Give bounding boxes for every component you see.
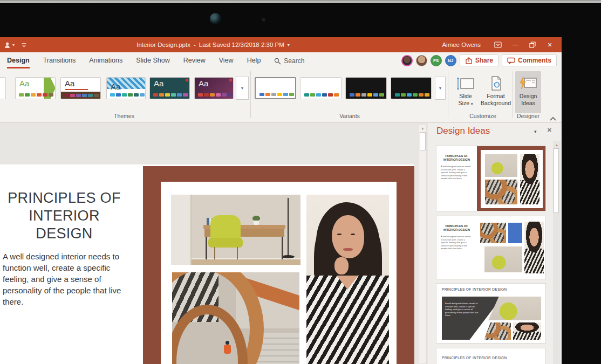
customize-qat-button[interactable] bbox=[21, 42, 27, 48]
collapse-ribbon-button[interactable] bbox=[549, 114, 557, 123]
theme-thumbnail-facet[interactable]: Aa bbox=[15, 77, 56, 99]
search-box[interactable]: Search bbox=[274, 52, 304, 68]
customize-toolbar-icon bbox=[21, 42, 27, 48]
caret-down-icon: ▾ bbox=[439, 86, 441, 91]
slide-size-button[interactable]: Slide Size ▾ bbox=[453, 71, 478, 113]
autosave-button[interactable]: ▾ bbox=[4, 42, 15, 49]
design-idea-thumbnail-1[interactable]: PRINCIPLES OF INTERIOR DESIGN A well des… bbox=[436, 146, 546, 211]
theme-thumbnail-dividend[interactable]: Aa bbox=[60, 77, 101, 99]
comments-icon bbox=[507, 57, 515, 64]
avatar[interactable]: FS bbox=[431, 55, 442, 66]
variant-thumbnail-4[interactable] bbox=[391, 77, 432, 99]
themes-more-button[interactable]: ▾ bbox=[236, 77, 249, 100]
avatar[interactable]: NJ bbox=[445, 55, 456, 66]
variants-more-button[interactable]: ▾ bbox=[435, 77, 446, 100]
design-idea-thumbnail-4[interactable]: PRINCIPLES OF INTERIOR DESIGN bbox=[436, 348, 546, 364]
idea-content: A well designed interior needs to functi… bbox=[442, 297, 541, 340]
scroll-up-icon[interactable]: ▲ bbox=[553, 141, 561, 148]
color-swatch bbox=[76, 94, 81, 97]
tab-view[interactable]: View bbox=[219, 52, 234, 68]
person-head-shape bbox=[226, 341, 229, 345]
color-swatch bbox=[171, 93, 176, 97]
idea-title: PRINCIPLES OF INTERIOR DESIGN bbox=[440, 154, 474, 162]
theme-accent-line bbox=[65, 89, 88, 90]
slide-canvas[interactable]: PRINCIPLES OF INTERIOR DESIGN A well des… bbox=[0, 164, 414, 364]
variant-thumbnail-1-selected[interactable] bbox=[255, 77, 296, 99]
theme-aa-sample: Aa bbox=[65, 79, 74, 88]
panel-close-button[interactable]: × bbox=[547, 125, 552, 134]
design-ideas-label-1: Design bbox=[520, 93, 537, 100]
close-button[interactable]: × bbox=[541, 37, 558, 52]
color-swatch bbox=[159, 93, 164, 97]
color-swatch bbox=[419, 93, 424, 97]
tab-transitions[interactable]: Transitions bbox=[43, 52, 76, 68]
mini-photo-woman bbox=[520, 154, 539, 204]
theme-swatches bbox=[64, 94, 99, 97]
idea-body: A well designed interior needs to functi… bbox=[441, 235, 473, 250]
slide-size-label-2: Size ▾ bbox=[459, 100, 473, 108]
door-shape bbox=[171, 195, 192, 265]
slide-body-text[interactable]: A well designed interior needs to functi… bbox=[3, 251, 133, 307]
design-ideas-button[interactable]: Design Ideas bbox=[515, 71, 541, 113]
ribbon-tab-row: Design Transitions Animations Slide Show… bbox=[0, 52, 562, 68]
tab-slide-show[interactable]: Slide Show bbox=[136, 52, 170, 68]
slide-title[interactable]: PRINCIPLES OF INTERIOR DESIGN bbox=[0, 189, 128, 243]
collaboration-area: FS NJ Share Comments bbox=[401, 52, 557, 68]
color-swatch bbox=[401, 93, 406, 97]
share-button[interactable]: Share bbox=[460, 54, 498, 66]
avatar[interactable] bbox=[416, 55, 427, 66]
tab-review[interactable]: Review bbox=[183, 52, 206, 68]
comments-button[interactable]: Comments bbox=[502, 54, 557, 66]
color-swatch bbox=[277, 93, 282, 96]
variant-thumbnail-3[interactable] bbox=[345, 77, 387, 99]
document-title[interactable]: Interior Design.pptx - Last Saved 12/3/2… bbox=[121, 37, 305, 52]
idea-body: A well designed interior needs to functi… bbox=[441, 165, 473, 180]
avatar[interactable] bbox=[401, 55, 413, 66]
color-swatch bbox=[134, 93, 139, 97]
signed-in-user[interactable]: Aimee Owens bbox=[442, 42, 481, 48]
color-swatch bbox=[70, 94, 75, 97]
scroll-up-icon[interactable]: ▲ bbox=[419, 125, 426, 132]
photo-woman-portrait[interactable] bbox=[306, 195, 389, 364]
panel-options-caret[interactable]: ▾ bbox=[534, 129, 537, 134]
group-divider bbox=[448, 71, 448, 118]
tab-animations[interactable]: Animations bbox=[89, 52, 122, 68]
ribbon-display-options-button[interactable] bbox=[489, 37, 507, 52]
lips-shape bbox=[343, 248, 353, 251]
idea-text-block: PRINCIPLES OF INTERIOR DESIGN A well des… bbox=[436, 146, 477, 211]
tab-help[interactable]: Help bbox=[247, 52, 261, 68]
editing-workspace: PRINCIPLES OF INTERIOR DESIGN A well des… bbox=[0, 123, 562, 364]
save-status: Last Saved 12/3/2018 2:30 PM bbox=[199, 42, 284, 48]
scrollbar-thumb[interactable] bbox=[420, 132, 426, 150]
slide-title-line: PRINCIPLES OF bbox=[0, 189, 128, 207]
mini-photo-stairs bbox=[482, 322, 511, 340]
theme-thumbnail-integral[interactable]: Aa bbox=[106, 77, 146, 99]
restore-button[interactable] bbox=[524, 37, 541, 52]
photo-desk-chair[interactable] bbox=[171, 195, 300, 265]
theme-thumbnail-slate[interactable]: Aa bbox=[149, 77, 190, 99]
photo-spiral-staircase[interactable] bbox=[172, 272, 299, 364]
format-background-button[interactable]: Format Background bbox=[479, 71, 513, 113]
search-label: Search bbox=[284, 57, 304, 65]
comments-label: Comments bbox=[518, 57, 551, 64]
design-idea-thumbnail-3[interactable]: PRINCIPLES OF INTERIOR DESIGN A well des… bbox=[436, 283, 546, 344]
lamp-base-shape bbox=[282, 255, 295, 258]
tab-design[interactable]: Design bbox=[7, 52, 30, 68]
theme-thumbnail-plum[interactable]: Aa bbox=[194, 77, 234, 99]
color-swatch bbox=[64, 94, 69, 97]
theme-aa-sample: Aa bbox=[19, 79, 29, 88]
theme-swatches bbox=[19, 93, 53, 97]
panel-scrollbar[interactable]: ▲ bbox=[553, 141, 561, 364]
slide-scrollbar[interactable]: ▲ bbox=[419, 124, 427, 364]
pot-shape bbox=[254, 221, 259, 225]
design-idea-thumbnail-2[interactable]: PRINCIPLES OF INTERIOR DESIGN A well des… bbox=[436, 216, 546, 279]
color-swatch bbox=[43, 93, 47, 97]
photo-collage-frame[interactable] bbox=[143, 166, 414, 364]
color-swatch bbox=[222, 93, 227, 97]
variant-thumbnail-2[interactable] bbox=[300, 77, 342, 99]
group-divider bbox=[513, 71, 513, 118]
idea-title: PRINCIPLES OF INTERIOR DESIGN bbox=[440, 224, 474, 232]
scrollbar-thumb[interactable] bbox=[554, 148, 559, 213]
minimize-button[interactable] bbox=[507, 37, 524, 52]
theme-thumbnail-partial[interactable] bbox=[0, 77, 6, 99]
